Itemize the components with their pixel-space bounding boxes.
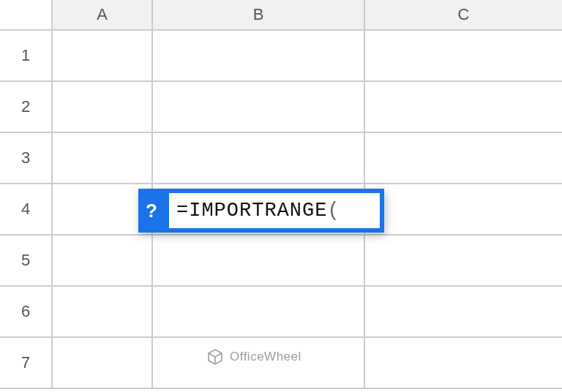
column-header-row: A B C <box>0 0 562 31</box>
cell-A2[interactable] <box>53 82 153 133</box>
cell-B2[interactable] <box>153 82 365 133</box>
row-5: 5 <box>0 235 562 287</box>
cell-B1[interactable] <box>153 31 365 82</box>
cell-A7[interactable] <box>53 338 153 389</box>
cell-B5[interactable] <box>153 235 365 287</box>
cell-B6[interactable] <box>153 287 365 338</box>
row-2: 2 <box>0 82 562 133</box>
cell-C5[interactable] <box>365 235 562 287</box>
row-1: 1 <box>0 31 562 82</box>
spreadsheet-grid: A B C 1 2 3 4 5 6 7 <box>0 0 562 392</box>
row-header-5[interactable]: 5 <box>0 235 53 287</box>
cell-B7[interactable] <box>153 338 365 389</box>
cell-C1[interactable] <box>365 31 562 82</box>
cell-A6[interactable] <box>53 287 153 338</box>
column-header-C[interactable]: C <box>365 0 562 31</box>
question-icon: ? <box>146 200 157 222</box>
row-6: 6 <box>0 287 562 338</box>
row-header-6[interactable]: 6 <box>0 287 53 338</box>
formula-help-button[interactable]: ? <box>138 189 165 233</box>
column-header-A[interactable]: A <box>53 0 153 31</box>
cell-C2[interactable] <box>365 82 562 133</box>
cell-C7[interactable] <box>365 338 562 389</box>
cell-A5[interactable] <box>53 235 153 287</box>
row-header-1[interactable]: 1 <box>0 31 53 82</box>
cell-C6[interactable] <box>365 287 562 338</box>
row-3: 3 <box>0 133 562 184</box>
row-header-3[interactable]: 3 <box>0 133 53 184</box>
cell-C3[interactable] <box>365 133 562 184</box>
formula-input[interactable]: =IMPORTRANGE( <box>165 189 384 233</box>
cell-A3[interactable] <box>53 133 153 184</box>
column-header-B[interactable]: B <box>153 0 365 31</box>
cell-A1[interactable] <box>53 31 153 82</box>
cell-C4[interactable] <box>365 184 562 235</box>
row-header-2[interactable]: 2 <box>0 82 53 133</box>
formula-function-name: =IMPORTRANGE <box>176 200 327 222</box>
row-7: 7 <box>0 338 562 389</box>
row-header-4[interactable]: 4 <box>0 184 53 235</box>
select-all-corner[interactable] <box>0 0 53 31</box>
cell-B3[interactable] <box>153 133 365 184</box>
row-header-7[interactable]: 7 <box>0 338 53 389</box>
formula-editor: ? =IMPORTRANGE( <box>138 189 384 233</box>
formula-open-paren: ( <box>327 200 340 222</box>
